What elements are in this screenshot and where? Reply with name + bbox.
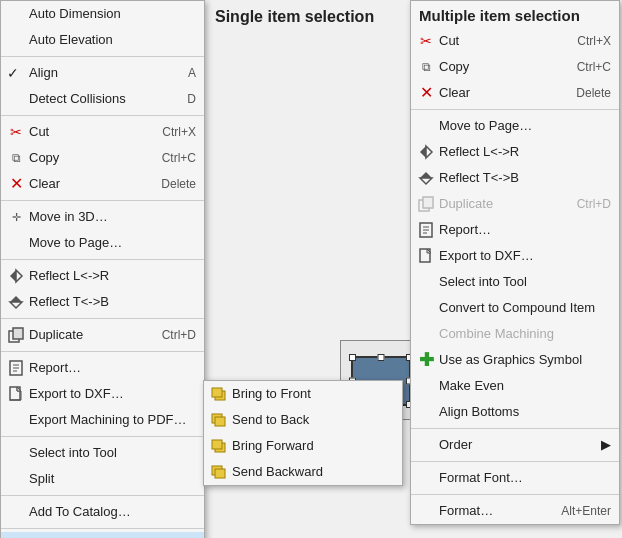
menu-item-move-to-page[interactable]: Move to Page…	[1, 230, 204, 256]
use-graphics-icon: ✚	[417, 351, 435, 369]
reflect-lr-icon	[7, 267, 25, 285]
menu-item-copy[interactable]: ⧉ Copy Ctrl+C	[1, 145, 204, 171]
align-shortcut: A	[168, 63, 196, 83]
svg-rect-17	[212, 440, 222, 449]
multi-cut-icon: ✂	[417, 32, 435, 50]
menu-item-reflect-lr[interactable]: Reflect L<->R	[1, 263, 204, 289]
copy-label: Copy	[29, 148, 59, 168]
cut-shortcut: Ctrl+X	[142, 122, 196, 142]
menu-item-align[interactable]: ✓ Align A	[1, 60, 204, 86]
multi-menu-item-export-dxf[interactable]: Export to DXF…	[411, 243, 619, 269]
svg-marker-3	[10, 302, 22, 308]
svg-rect-15	[215, 417, 225, 426]
duplicate-label: Duplicate	[29, 325, 83, 345]
bring-forward-label: Bring Forward	[232, 436, 314, 456]
menu-item-reflect-tb[interactable]: Reflect T<->B	[1, 289, 204, 315]
multi-format-label: Format…	[439, 501, 493, 521]
multi-separator-4	[411, 494, 619, 495]
menu-item-move-3d[interactable]: ✛ Move in 3D…	[1, 204, 204, 230]
auto-elevation-label: Auto Elevation	[29, 30, 113, 50]
multi-duplicate-icon	[417, 195, 435, 213]
menu-item-select-into-tool[interactable]: Select into Tool	[1, 440, 204, 466]
multi-convert-compound-label: Convert to Compound Item	[439, 298, 595, 318]
multi-menu-item-combine-machining[interactable]: Combine Machining	[411, 321, 619, 347]
menu-item-order[interactable]: Order ▶	[1, 532, 204, 538]
multi-context-menu: Multiple item selection ✂ Cut Ctrl+X ⧉ C…	[410, 0, 620, 525]
multi-reflect-lr-icon	[417, 143, 435, 161]
separator-6	[1, 351, 204, 352]
svg-marker-20	[420, 146, 426, 158]
multi-menu-item-make-even[interactable]: Make Even	[411, 373, 619, 399]
handle-tm	[378, 354, 385, 361]
reflect-tb-icon	[7, 293, 25, 311]
multi-menu-item-reflect-tb[interactable]: Reflect T<->B	[411, 165, 619, 191]
separator-9	[1, 528, 204, 529]
multi-menu-item-cut[interactable]: ✂ Cut Ctrl+X	[411, 28, 619, 54]
menu-item-add-catalog[interactable]: Add To Catalog…	[1, 499, 204, 525]
multi-export-dxf-label: Export to DXF…	[439, 246, 534, 266]
multi-separator-3	[411, 461, 619, 462]
menu-item-bring-forward[interactable]: Bring Forward	[204, 433, 402, 459]
multi-use-graphics-label: Use as Graphics Symbol	[439, 350, 582, 370]
duplicate-shortcut: Ctrl+D	[142, 325, 196, 345]
multi-menu-item-order[interactable]: Order ▶	[411, 432, 619, 458]
svg-marker-2	[10, 296, 22, 302]
multi-clear-label: Clear	[439, 83, 470, 103]
export-dxf-icon	[7, 385, 25, 403]
menu-item-detect-collisions[interactable]: Detect Collisions D	[1, 86, 204, 112]
menu-item-send-backward[interactable]: Send Backward	[204, 459, 402, 485]
menu-item-export-dxf[interactable]: Export to DXF…	[1, 381, 204, 407]
multi-menu-item-report[interactable]: Report…	[411, 217, 619, 243]
multi-menu-item-format[interactable]: Format… Alt+Enter	[411, 498, 619, 524]
multi-reflect-tb-icon	[417, 169, 435, 187]
menu-item-send-back[interactable]: Send to Back	[204, 407, 402, 433]
separator-5	[1, 318, 204, 319]
multi-menu-item-select-tool[interactable]: Select into Tool	[411, 269, 619, 295]
menu-item-cut[interactable]: ✂ Cut Ctrl+X	[1, 119, 204, 145]
select-into-tool-label: Select into Tool	[29, 443, 117, 463]
separator-8	[1, 495, 204, 496]
menu-item-auto-dimension[interactable]: Auto Dimension	[1, 1, 204, 27]
menu-item-report[interactable]: Report…	[1, 355, 204, 381]
align-checkmark: ✓	[7, 63, 19, 83]
send-backward-label: Send Backward	[232, 462, 323, 482]
single-item-title: Single item selection	[215, 8, 374, 25]
reflect-lr-label: Reflect L<->R	[29, 266, 109, 286]
multi-clear-shortcut: Delete	[556, 83, 611, 103]
svg-marker-23	[420, 178, 432, 184]
menu-item-auto-elevation[interactable]: Auto Elevation	[1, 27, 204, 53]
multi-cut-label: Cut	[439, 31, 459, 51]
separator-7	[1, 436, 204, 437]
separator-2	[1, 115, 204, 116]
menu-item-export-machining[interactable]: Export Machining to PDF…	[1, 407, 204, 433]
menu-item-bring-front[interactable]: Bring to Front	[204, 381, 402, 407]
single-item-header: Single item selection	[215, 0, 374, 34]
multi-menu-item-clear[interactable]: ✕ Clear Delete	[411, 80, 619, 106]
menu-item-duplicate[interactable]: Duplicate Ctrl+D	[1, 322, 204, 348]
multi-order-label: Order	[439, 435, 472, 455]
left-context-menu: Auto Dimension Auto Elevation ✓ Align A …	[0, 0, 205, 538]
copy-icon: ⧉	[7, 149, 25, 167]
multi-copy-label: Copy	[439, 57, 469, 77]
multi-menu-item-duplicate[interactable]: Duplicate Ctrl+D	[411, 191, 619, 217]
split-label: Split	[29, 469, 54, 489]
svg-rect-13	[212, 388, 222, 397]
multi-menu-item-copy[interactable]: ⧉ Copy Ctrl+C	[411, 54, 619, 80]
multi-menu-item-use-graphics[interactable]: ✚ Use as Graphics Symbol	[411, 347, 619, 373]
multi-report-icon	[417, 221, 435, 239]
multi-menu-item-convert-compound[interactable]: Convert to Compound Item	[411, 295, 619, 321]
multi-clear-icon: ✕	[417, 84, 435, 102]
multi-menu-item-format-font[interactable]: Format Font…	[411, 465, 619, 491]
multi-menu-item-align-bottoms[interactable]: Align Bottoms	[411, 399, 619, 425]
multi-menu-item-move-to-page[interactable]: Move to Page…	[411, 113, 619, 139]
send-backward-icon	[210, 463, 228, 481]
menu-item-split[interactable]: Split	[1, 466, 204, 492]
cut-label: Cut	[29, 122, 49, 142]
multi-reflect-tb-label: Reflect T<->B	[439, 168, 519, 188]
report-icon	[7, 359, 25, 377]
multi-separator-1	[411, 109, 619, 110]
multi-menu-item-reflect-lr[interactable]: Reflect L<->R	[411, 139, 619, 165]
menu-item-clear[interactable]: ✕ Clear Delete	[1, 171, 204, 197]
multi-export-dxf-icon	[417, 247, 435, 265]
multi-report-label: Report…	[439, 220, 491, 240]
